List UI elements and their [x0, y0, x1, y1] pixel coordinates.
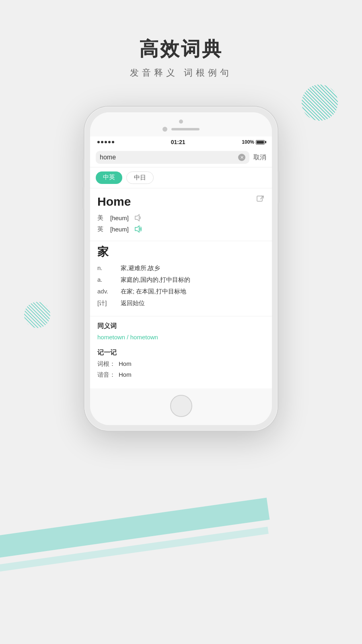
tab-bar: 中英 中日: [90, 167, 272, 188]
sound-us-icon[interactable]: [134, 213, 142, 222]
deco-circle-right: [302, 85, 338, 121]
phonetics-section: 美 [heum] 英 [heum]: [90, 212, 272, 241]
search-cancel-button[interactable]: 取消: [253, 153, 266, 162]
deco-circle-left: [24, 302, 50, 328]
def-row-n: n. 家,避难所,故乡: [97, 264, 265, 272]
search-bar: home ✕ 取消: [90, 148, 272, 167]
memory-root-value: Hom: [119, 360, 132, 368]
phonetic-uk-text: [heum]: [110, 226, 129, 233]
search-query: home: [100, 154, 236, 161]
home-button[interactable]: [170, 395, 192, 417]
phone-top: [90, 112, 272, 136]
phone-btn-right: [278, 171, 280, 203]
phonetic-uk: 英 [heum]: [97, 225, 265, 233]
page-header: 高效词典 发音释义 词根例句: [0, 36, 362, 79]
definitions-section: n. 家,避难所,故乡 a. 家庭的,国内的,打中目标的 adv. 在家; 在本…: [90, 261, 272, 316]
memory-root-label: 词根：: [97, 360, 115, 368]
phone-btn-left2: [82, 187, 84, 209]
search-clear-button[interactable]: ✕: [238, 154, 245, 161]
status-bar: 01:21 100%: [90, 136, 272, 148]
phonetic-us: 美 [heum]: [97, 213, 265, 222]
def-pos-comp: [计]: [97, 299, 114, 307]
memory-sound-label: 谐音：: [97, 371, 115, 379]
content-area: Home 美 [heum]: [90, 188, 272, 388]
phone-camera: [179, 120, 183, 124]
page-subtitle: 发音释义 词根例句: [0, 67, 362, 79]
memory-sound-row: 谐音： Hom: [97, 371, 265, 379]
status-signal: [97, 141, 114, 143]
synonyms-title: 同义词: [97, 322, 265, 330]
synonym-links[interactable]: hometown / hometown: [97, 334, 265, 341]
def-pos-adv: adv.: [97, 288, 114, 295]
sound-uk-icon[interactable]: [134, 225, 142, 233]
phone-inner: 01:21 100% home ✕ 取消: [90, 112, 272, 425]
chinese-word-section: 家: [90, 241, 272, 261]
memory-title: 记一记: [97, 349, 265, 357]
phone-speaker: [171, 128, 200, 130]
share-icon[interactable]: [256, 195, 265, 204]
battery-pct: 100%: [242, 139, 254, 145]
tab-chinese-japanese[interactable]: 中日: [126, 171, 154, 184]
tab-chinese-english[interactable]: 中英: [96, 171, 122, 184]
phone-speaker-dot: [162, 127, 167, 132]
phone-speaker-area: [162, 127, 200, 132]
def-text-adv: 在家; 在本国,打中目标地: [121, 288, 265, 295]
search-input-wrapper[interactable]: home ✕: [96, 151, 249, 164]
def-row-comp: [计] 返回始位: [97, 299, 265, 307]
svg-marker-2: [135, 215, 139, 221]
battery-fill: [257, 141, 264, 144]
def-row-a: a. 家庭的,国内的,打中目标的: [97, 276, 265, 284]
page-title: 高效词典: [0, 36, 362, 62]
svg-line-1: [260, 196, 263, 199]
status-time: 01:21: [171, 139, 185, 145]
synonyms-section: 同义词 hometown / hometown: [90, 316, 272, 346]
memory-sound-value: Hom: [119, 371, 132, 379]
phonetic-uk-label: 英: [97, 225, 105, 233]
def-pos-n: n.: [97, 264, 114, 271]
def-text-a: 家庭的,国内的,打中目标的: [121, 276, 265, 284]
word-title: Home: [97, 195, 131, 208]
memory-section: 记一记 词根： Hom 谐音： Hom: [90, 346, 272, 388]
def-pos-a: a.: [97, 276, 114, 283]
phone-btn-left: [82, 159, 84, 181]
phonetic-us-text: [heum]: [110, 215, 129, 221]
phone-outer: 01:21 100% home ✕ 取消: [84, 107, 278, 431]
def-row-adv: adv. 在家; 在本国,打中目标地: [97, 288, 265, 295]
battery-icon: [256, 140, 265, 144]
phonetic-us-label: 美: [97, 214, 105, 222]
svg-rect-0: [257, 196, 262, 201]
status-battery: 100%: [242, 139, 265, 145]
def-text-n: 家,避难所,故乡: [121, 264, 265, 272]
def-text-comp: 返回始位: [121, 299, 265, 307]
chinese-head: 家: [97, 244, 265, 260]
svg-marker-3: [135, 226, 139, 232]
phone-home-area: [90, 388, 272, 425]
word-header: Home: [90, 188, 272, 212]
phone-mockup: 01:21 100% home ✕ 取消: [84, 107, 278, 431]
memory-root-row: 词根： Hom: [97, 360, 265, 368]
